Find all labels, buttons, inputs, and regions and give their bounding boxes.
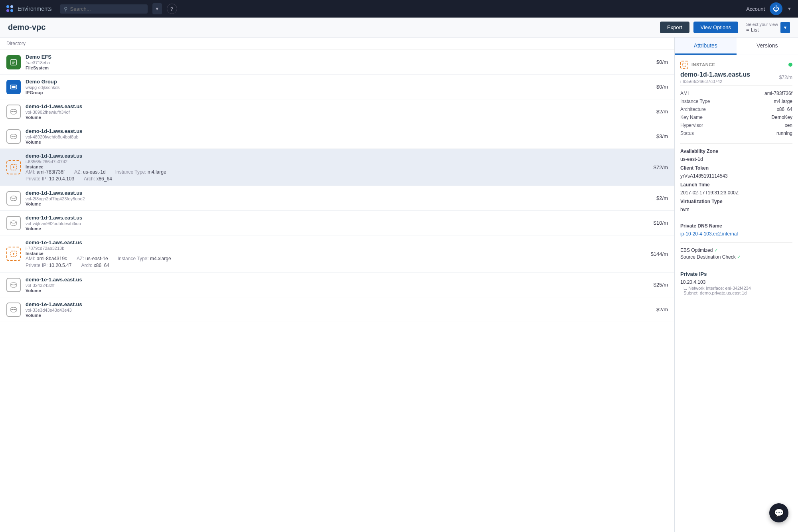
- item-price: $72/m: [644, 164, 668, 170]
- item-name: demo-1e-1.aws.east.us: [26, 239, 639, 245]
- attr-architecture: Architecture x86_64: [680, 107, 792, 112]
- item-price: $2/m: [644, 307, 668, 312]
- help-button[interactable]: ?: [167, 4, 177, 14]
- item-info: demo-1e-1.aws.east.us i-7879cd72ab3213b …: [26, 239, 639, 268]
- list-item[interactable]: demo-1d-1.aws.east.us vol-vdjklan982pubf…: [0, 211, 674, 235]
- logo[interactable]: Environments: [6, 5, 52, 12]
- efs-icon: [6, 55, 21, 69]
- ebs-optimized-item: EBS Optimized ✓: [680, 247, 792, 253]
- item-info: Demo EFS fs-e3718eba FileSystem: [26, 54, 639, 70]
- item-name: Demo Group: [26, 79, 639, 85]
- item-id: vol-33e3d43e43d43e43: [26, 308, 639, 312]
- item-type: FileSystem: [26, 65, 639, 70]
- list-item[interactable]: Demo Group wsipg-cdjkscnkds IPGroup $0/m: [0, 75, 674, 99]
- item-type: Instance: [26, 164, 639, 169]
- item-name: demo-1e-1.aws.east.us: [26, 277, 639, 283]
- item-id: wsipg-cdjkscnkds: [26, 85, 639, 90]
- search-bar[interactable]: ⚲: [60, 4, 148, 14]
- environments-label[interactable]: Environments: [18, 6, 52, 12]
- source-dest-check-item: Source Destination Check ✓: [680, 254, 792, 260]
- nav-caret-icon[interactable]: ▼: [787, 6, 792, 11]
- view-select-wrap: Select your view ≡ List ▼: [746, 22, 790, 33]
- item-info: demo-1e-1.aws.east.us vol-32432432ff Vol…: [26, 277, 639, 293]
- attr-instance-type: Instance Type m4.large: [680, 99, 792, 104]
- svg-point-4: [11, 134, 16, 136]
- item-name: demo-1d-1.aws.east.us: [26, 128, 639, 134]
- list-item[interactable]: Demo EFS fs-e3718eba FileSystem $0/m: [0, 50, 674, 75]
- instance-icon: [6, 247, 21, 261]
- item-type: Volume: [26, 288, 639, 293]
- list-container: Demo EFS fs-e3718eba FileSystem $0/m Dem…: [0, 50, 674, 322]
- az-section: Availability Zone us-east-1d Client Toke…: [680, 143, 792, 218]
- item-type: Volume: [26, 140, 639, 144]
- volume-icon: [6, 105, 21, 119]
- list-item[interactable]: demo-1d-1.aws.east.us i-63568c266cf7c074…: [0, 149, 674, 186]
- item-price: $144/m: [644, 251, 668, 257]
- svg-point-8: [11, 221, 16, 223]
- page-header: demo-vpc Export View Options Select your…: [0, 18, 798, 38]
- list-item[interactable]: demo-1d-1.aws.east.us vol-38902fhewiufh3…: [0, 99, 674, 124]
- item-name: demo-1d-1.aws.east.us: [26, 103, 639, 109]
- item-id: vol-vdjklan982pubfdrwib3iuo: [26, 221, 639, 226]
- az-label: Availability Zone: [680, 148, 792, 154]
- instance-icon: [6, 160, 21, 174]
- attr-ami: AMI ami-783f736f: [680, 91, 792, 96]
- client-token-label: Client Token: [680, 165, 792, 171]
- price-header-row: demo-1d-1.aws.east.us i-63568c266cf7c074…: [680, 71, 792, 85]
- item-meta: AMI: ami-8ba4319c AZ: us-east-1e Instanc…: [26, 256, 639, 261]
- panel-tabs: Attributes Versions: [675, 38, 798, 55]
- tab-versions[interactable]: Versions: [737, 38, 798, 55]
- search-dropdown-button[interactable]: ▼: [152, 3, 162, 14]
- list-item[interactable]: demo-1e-1.aws.east.us vol-33e3d43e43d43e…: [0, 297, 674, 322]
- item-id: vol-38902fhewiufh34of: [26, 110, 639, 115]
- item-id: i-63568c266cf7c0742: [26, 159, 639, 164]
- list-item[interactable]: demo-1e-1.aws.east.us i-7879cd72ab3213b …: [0, 235, 674, 273]
- item-name: demo-1e-1.aws.east.us: [26, 301, 639, 307]
- item-id: i-7879cd72ab3213b: [26, 246, 639, 251]
- ip-address: 10.20.4.103: [680, 279, 792, 285]
- svg-point-7: [11, 196, 16, 198]
- volume-icon: [6, 129, 21, 144]
- virt-type-value: hvm: [680, 207, 792, 212]
- view-options-button[interactable]: View Options: [693, 22, 738, 33]
- ip-subnet: Subnet: demo.private.us.east.1d: [683, 291, 792, 295]
- item-type: Volume: [26, 202, 639, 206]
- view-caret-button[interactable]: ▼: [780, 22, 790, 33]
- instance-header: INSTANCE: [680, 61, 792, 69]
- directory-header: Directory: [0, 38, 674, 50]
- volume-icon: [6, 278, 21, 292]
- power-icon: ⏻: [773, 5, 779, 12]
- item-meta: AMI: ami-783f736f AZ: us-east-1d Instanc…: [26, 169, 639, 175]
- item-type: IPGroup: [26, 90, 639, 95]
- ebs-section: EBS Optimized ✓ Source Destination Check…: [680, 242, 792, 266]
- export-button[interactable]: Export: [660, 22, 689, 33]
- power-button[interactable]: ⏻: [770, 2, 782, 15]
- item-type: Volume: [26, 115, 639, 120]
- select-view-label: Select your view: [746, 22, 778, 27]
- volume-icon: [6, 303, 21, 317]
- item-price: $0/m: [644, 84, 668, 90]
- account-label[interactable]: Account: [746, 6, 765, 12]
- az-value: us-east-1d: [680, 156, 792, 162]
- tab-attributes[interactable]: Attributes: [675, 38, 737, 55]
- list-panel: Directory Demo EFS fs-e3718eba FileSyste…: [0, 38, 674, 532]
- chat-bubble[interactable]: 💬: [769, 503, 788, 522]
- attr-hypervisor: Hypervisor xen: [680, 123, 792, 128]
- item-name: demo-1d-1.aws.east.us: [26, 215, 639, 221]
- panel-body: INSTANCE demo-1d-1.aws.east.us i-63568c2…: [675, 55, 798, 306]
- list-item[interactable]: demo-1e-1.aws.east.us vol-32432432ff Vol…: [0, 273, 674, 297]
- page-title: demo-vpc: [8, 23, 656, 32]
- panel-instance-id: i-63568c266cf7c0742: [680, 79, 750, 84]
- dns-value: ip-10-20-4-103.ec2.internal: [680, 231, 792, 237]
- search-input[interactable]: [70, 6, 144, 12]
- item-name: demo-1d-1.aws.east.us: [26, 190, 639, 196]
- list-icon: ≡: [746, 27, 749, 33]
- item-info: demo-1d-1.aws.east.us vol-48920fwehfo8u4…: [26, 128, 639, 144]
- private-ips-title: Private IPs: [680, 271, 792, 277]
- item-type: Instance: [26, 251, 639, 256]
- item-id: fs-e3718eba: [26, 60, 639, 65]
- list-item[interactable]: demo-1d-1.aws.east.us vol-48920fwehfo8u4…: [0, 124, 674, 149]
- item-info: demo-1d-1.aws.east.us i-63568c266cf7c074…: [26, 153, 639, 182]
- svg-point-6: [13, 166, 14, 168]
- list-item[interactable]: demo-1d-1.aws.east.us vol-2f8ogh2of7bg42…: [0, 186, 674, 211]
